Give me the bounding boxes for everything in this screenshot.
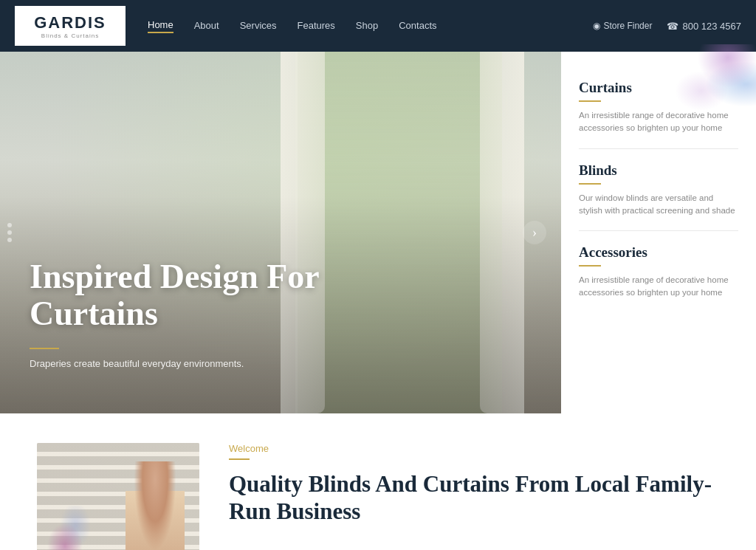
- accessories-accent: [579, 265, 601, 267]
- nav-contacts[interactable]: Contacts: [399, 20, 436, 32]
- phone-number[interactable]: ☎ 800 123 4567: [667, 21, 741, 32]
- lower-text-area: Welcome Quality Blinds And Curtains From…: [229, 443, 719, 525]
- lower-floral-decoration: [44, 506, 96, 550]
- lower-main-title: Quality Blinds And Curtains From Local F…: [229, 470, 719, 525]
- brand-subtitle: Blinds & Curtains: [41, 32, 99, 39]
- brand-name: GARDIS: [34, 13, 106, 32]
- nav-home[interactable]: Home: [148, 19, 173, 33]
- lower-section: Welcome Quality Blinds And Curtains From…: [0, 413, 756, 550]
- store-finder-label: Store Finder: [603, 21, 652, 31]
- lower-img-person: [126, 461, 185, 550]
- welcome-tag: Welcome: [229, 443, 719, 454]
- header: GARDIS Blinds & Curtains Home About Serv…: [0, 0, 756, 52]
- nav-shop[interactable]: Shop: [356, 20, 378, 32]
- hero-accent-line: [30, 348, 59, 349]
- scroll-dot-3: [7, 238, 12, 242]
- scroll-dot-2: [7, 230, 12, 235]
- blinds-accent: [579, 183, 601, 185]
- accessories-text: An irresistible range of decorative home…: [579, 274, 738, 300]
- nav-services[interactable]: Services: [240, 20, 277, 32]
- scroll-dot-1: [7, 223, 12, 227]
- sidebar-panel-accessories: Accessories An irresistible range of dec…: [579, 231, 738, 313]
- hero-section: Inspired Design For Curtains Draperies c…: [0, 52, 756, 413]
- carousel-next-arrow[interactable]: ›: [523, 221, 546, 244]
- hero-image: Inspired Design For Curtains Draperies c…: [0, 52, 561, 413]
- blinds-text: Our window blinds are versatile and styl…: [579, 192, 738, 218]
- blinds-title: Blinds: [579, 162, 738, 179]
- curtains-accent: [579, 100, 601, 102]
- accessories-title: Accessories: [579, 244, 738, 261]
- nav-features[interactable]: Features: [298, 20, 335, 32]
- phone-value: 800 123 4567: [682, 21, 741, 32]
- hero-subtitle: Draperies create beautiful everyday envi…: [30, 358, 340, 369]
- sidebar-panel-curtains: Curtains An irresistible range of decora…: [579, 66, 738, 149]
- hero-content: Inspired Design For Curtains Draperies c…: [30, 258, 340, 369]
- logo[interactable]: GARDIS Blinds & Curtains: [15, 6, 126, 46]
- phone-icon: ☎: [667, 21, 678, 32]
- nav-about[interactable]: About: [194, 20, 219, 32]
- scroll-dots: [7, 223, 12, 242]
- curtains-title: Curtains: [579, 80, 738, 96]
- welcome-accent-line: [229, 458, 250, 460]
- sidebar-panel-blinds: Blinds Our window blinds are versatile a…: [579, 149, 738, 232]
- location-icon: ◉: [593, 21, 600, 31]
- lower-image: [37, 443, 199, 550]
- hero-title: Inspired Design For Curtains: [30, 258, 340, 333]
- store-finder-button[interactable]: ◉ Store Finder: [593, 21, 652, 31]
- hero-sidebar: Curtains An irresistible range of decora…: [561, 52, 756, 413]
- header-right: ◉ Store Finder ☎ 800 123 4567: [593, 21, 741, 32]
- main-nav: Home About Services Features Shop Contac…: [148, 19, 593, 33]
- curtains-text: An irresistible range of decorative home…: [579, 109, 738, 135]
